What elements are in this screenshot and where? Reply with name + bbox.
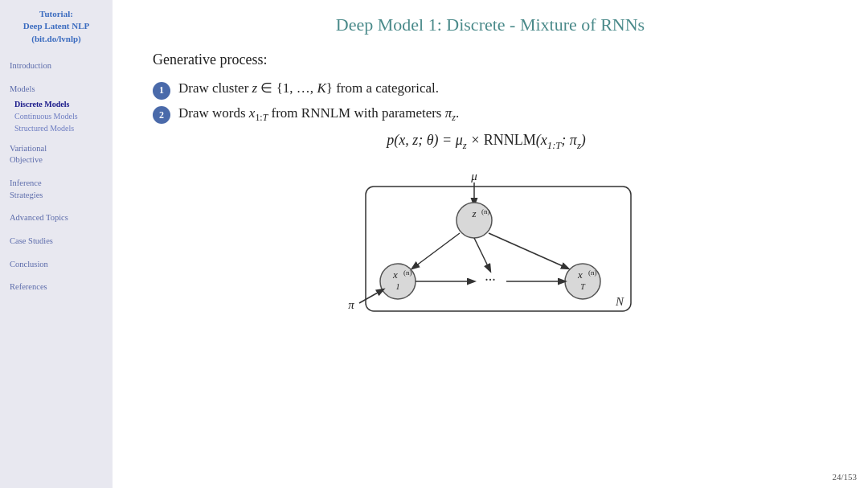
svg-line-15 [412,233,460,269]
sidebar-item-introduction[interactable]: Introduction [6,58,106,75]
step-2-number: 2 [153,106,170,124]
logo-line2: Deep Latent NLP [23,21,90,31]
sidebar-item-inference-strategies[interactable]: InferenceStrategies [6,175,106,203]
svg-text:N: N [615,295,624,308]
svg-text:x: x [392,269,398,281]
slide-title: Deep Model 1: Discrete - Mixture of RNNs [113,0,868,43]
svg-text:(n): (n) [588,269,597,277]
svg-text:1: 1 [396,282,400,291]
svg-line-16 [489,233,568,269]
svg-line-21 [359,289,383,303]
svg-line-17 [474,238,490,271]
page-number: 24/153 [832,472,857,482]
logo-line3: (bit.do/lvnlp) [31,34,80,43]
generative-process-label: Generative process: [153,51,820,68]
step-1: 1 Draw cluster z ∈ {1, …, K} from a cate… [153,80,820,99]
sidebar-item-variational-objective[interactable]: VariationalObjective [6,141,106,169]
diagram-container: μ z (n) x (n) 1 x (n) T ··· [153,162,820,323]
step-2-text: Draw words x1:T from RNNLM with paramete… [178,105,459,124]
formula: p(x, z; θ) = μz × RNNLM(x1:T; πz) [153,132,820,152]
sidebar-item-structured-models[interactable]: Structured Models [6,122,106,134]
logo-line1: Tutorial: [39,9,73,18]
slide-body: Generative process: 1 Draw cluster z ∈ {… [113,43,868,488]
svg-text:z: z [471,207,476,219]
sidebar-item-references[interactable]: References [6,279,106,296]
sidebar-logo: Tutorial: Deep Latent NLP (bit.do/lvnlp) [6,8,106,45]
svg-text:(n): (n) [403,269,412,277]
svg-text:π: π [348,298,354,311]
sidebar-item-conclusion[interactable]: Conclusion [6,256,106,273]
svg-text:μ: μ [470,170,477,182]
step-list: 1 Draw cluster z ∈ {1, …, K} from a cate… [153,80,820,124]
svg-text:···: ··· [485,272,496,288]
sidebar-item-continuous-models[interactable]: Continuous Models [6,110,106,122]
step-1-number: 1 [153,82,170,100]
step-1-text: Draw cluster z ∈ {1, …, K} from a catego… [178,80,439,96]
sidebar-item-models[interactable]: Models [6,81,106,98]
svg-text:(n): (n) [481,207,490,215]
graphical-model-diagram: μ z (n) x (n) 1 x (n) T ··· [317,162,655,323]
sidebar: Tutorial: Deep Latent NLP (bit.do/lvnlp)… [0,0,113,488]
sidebar-item-discrete-models[interactable]: Discrete Models [6,98,106,110]
step-2: 2 Draw words x1:T from RNNLM with parame… [153,105,820,124]
sidebar-item-case-studies[interactable]: Case Studies [6,233,106,250]
main-content: Deep Model 1: Discrete - Mixture of RNNs… [113,0,868,488]
svg-text:x: x [577,269,583,281]
sidebar-item-advanced-topics[interactable]: Advanced Topics [6,210,106,227]
